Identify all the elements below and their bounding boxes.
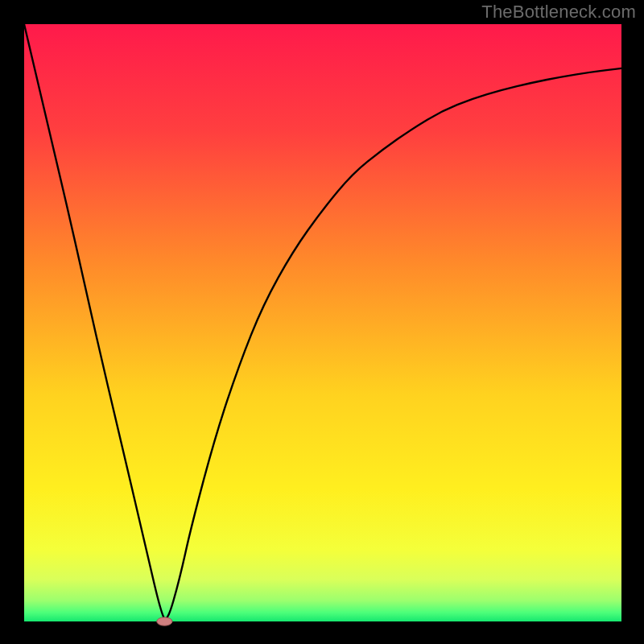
chart-frame: TheBottleneck.com [0,0,644,644]
optimal-point-marker [157,617,172,625]
watermark-text: TheBottleneck.com [481,2,636,23]
bottleneck-chart [0,0,644,644]
gradient-background [24,24,621,621]
